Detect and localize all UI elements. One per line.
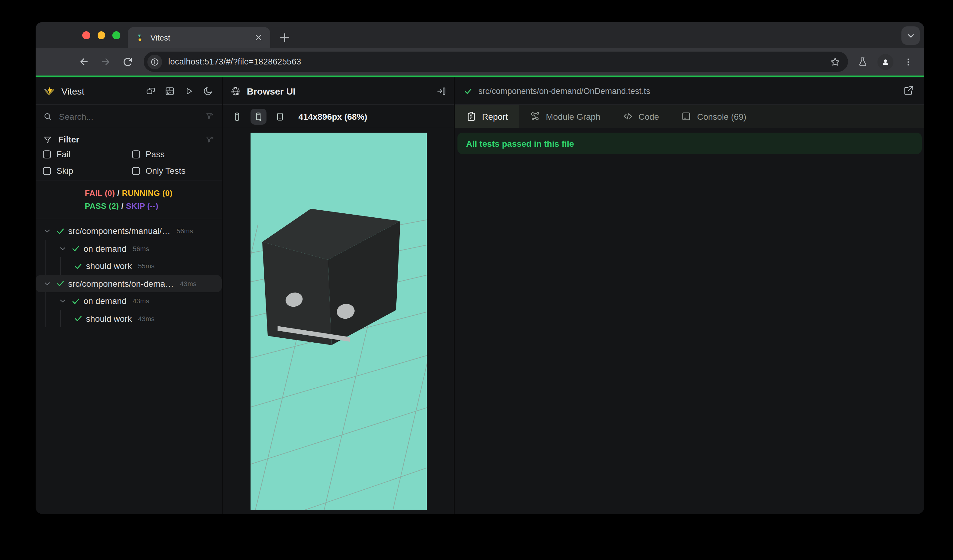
tab-module-graph[interactable]: Module Graph	[519, 105, 611, 128]
open-in-editor-icon[interactable]	[903, 85, 916, 97]
minimize-window-button[interactable]	[97, 31, 105, 39]
filter-checkbox-skip[interactable]: Skip	[43, 166, 132, 175]
dashboard-icon[interactable]	[164, 85, 175, 96]
sidebar: Vitest	[36, 78, 222, 514]
tab-console[interactable]: Console (69)	[670, 105, 757, 128]
test-file-row[interactable]: src/components/manual/… 56ms	[36, 222, 222, 240]
summary-line-2: PASS (2) / SKIP (--)	[85, 200, 172, 213]
dark-mode-toggle-icon[interactable]	[202, 85, 213, 96]
test-suite-label: on demand	[84, 244, 126, 254]
url-text[interactable]: localhost:5173/#/?file=1828625563	[168, 57, 830, 66]
preview-area	[223, 128, 454, 514]
pass-check-icon	[71, 244, 81, 253]
pass-count: PASS (2)	[85, 202, 119, 211]
checkbox-icon[interactable]	[43, 167, 51, 175]
test-summary: FAIL (0) / RUNNING (0) PASS (2) / SKIP (…	[36, 181, 222, 219]
summary-line-1: FAIL (0) / RUNNING (0)	[85, 187, 172, 200]
duration-badge: 55ms	[138, 262, 154, 270]
profile-avatar[interactable]	[877, 54, 893, 70]
banner-text: All tests passed in this file	[466, 138, 574, 148]
browser-toolbar: localhost:5173/#/?file=1828625563	[36, 48, 924, 76]
duration-badge: 43ms	[180, 280, 197, 287]
device-tablet-icon[interactable]	[272, 109, 288, 124]
pass-check-icon	[74, 262, 83, 271]
test-suite-label: on demand	[84, 296, 126, 306]
filter-funnel-icon	[43, 135, 52, 144]
test-case-row[interactable]: should work 55ms	[36, 257, 222, 275]
duration-badge: 43ms	[138, 315, 154, 323]
device-phone-plus-icon[interactable]	[250, 109, 267, 124]
filter-checkbox-pass[interactable]: Pass	[132, 149, 214, 159]
clear-search-filter-icon[interactable]	[205, 112, 214, 121]
chevron-down-icon[interactable]	[43, 227, 51, 236]
new-tab-button[interactable]	[276, 29, 292, 45]
pass-check-icon	[464, 86, 473, 96]
vitest-logo-icon	[43, 84, 56, 97]
globe-icon	[230, 86, 241, 96]
test-case-label: should work	[86, 314, 132, 324]
clear-filter-icon[interactable]	[205, 135, 214, 144]
tab-close-icon[interactable]	[253, 32, 264, 43]
summary-separator: /	[117, 189, 120, 198]
skip-count: SKIP (--)	[126, 202, 158, 211]
test-file-row-selected[interactable]: src/components/on-dema… 43ms	[36, 275, 222, 292]
test-suite-row[interactable]: on demand 56ms	[36, 240, 222, 257]
chevron-down-icon[interactable]	[58, 297, 67, 306]
tab-strip: Vitest	[36, 22, 924, 48]
pass-check-icon	[56, 279, 65, 288]
run-all-icon[interactable]	[183, 85, 194, 96]
tab-code-label: Code	[639, 112, 659, 121]
checkbox-icon[interactable]	[132, 150, 140, 158]
fail-count: FAIL (0)	[85, 189, 115, 198]
filter-label-skip: Skip	[56, 166, 73, 175]
test-file-path: src/components/on-demand/OnDemand.test.t…	[478, 86, 903, 96]
filter-checkbox-only-tests[interactable]: Only Tests	[132, 166, 214, 175]
chevron-down-icon[interactable]	[43, 279, 51, 288]
site-info-icon[interactable]	[147, 54, 162, 69]
tab-console-label: Console (69)	[697, 112, 746, 121]
browser-window: Vitest	[36, 22, 924, 514]
report-panel: src/components/on-demand/OnDemand.test.t…	[454, 78, 924, 514]
reload-button[interactable]	[118, 52, 138, 71]
test-case-label: should work	[86, 261, 132, 271]
experiments-flask-icon[interactable]	[854, 53, 871, 70]
dock-panel-icon[interactable]	[436, 86, 446, 96]
zoom-window-button[interactable]	[112, 31, 120, 39]
pass-check-icon	[56, 226, 65, 236]
filter-checkbox-fail[interactable]: Fail	[43, 149, 132, 159]
close-window-button[interactable]	[82, 31, 90, 39]
checkbox-icon[interactable]	[43, 150, 51, 158]
tab-search-chevron-button[interactable]	[902, 26, 920, 45]
screen: Vitest	[0, 0, 953, 560]
test-suite-row[interactable]: on demand 43ms	[36, 292, 222, 310]
checkbox-icon[interactable]	[132, 167, 140, 175]
tab-code[interactable]: Code	[612, 105, 670, 128]
collapse-panels-icon[interactable]	[145, 85, 156, 96]
test-file-label: src/components/on-dema…	[68, 279, 174, 289]
filter-label-pass: Pass	[146, 149, 165, 159]
browser-ui-title: Browser UI	[247, 86, 436, 96]
browser-menu-icon[interactable]	[900, 53, 917, 70]
chevron-down-icon[interactable]	[58, 244, 67, 253]
report-tab-bar: Report Module Graph	[455, 105, 924, 128]
vitest-app: Vitest	[36, 78, 924, 514]
test-tree: src/components/manual/… 56ms on demand 5…	[36, 219, 222, 327]
address-bar[interactable]: localhost:5173/#/?file=1828625563	[144, 51, 848, 72]
clipboard-icon	[466, 111, 476, 122]
forward-button[interactable]	[96, 52, 115, 71]
running-count: RUNNING (0)	[122, 189, 172, 198]
filter-title: Filter	[58, 135, 205, 144]
device-small-phone-icon[interactable]	[229, 109, 245, 124]
tab-report[interactable]: Report	[455, 105, 519, 128]
browser-tab[interactable]: Vitest	[128, 27, 270, 48]
duration-badge: 56ms	[177, 228, 193, 235]
tested-page-viewport[interactable]	[250, 133, 427, 510]
viewport-size-label[interactable]: 414x896px (68%)	[298, 112, 367, 121]
vitest-favicon-icon	[136, 33, 145, 42]
console-icon	[681, 111, 691, 122]
bookmark-star-icon[interactable]	[830, 56, 841, 67]
back-button[interactable]	[74, 52, 93, 71]
test-case-row[interactable]: should work 43ms	[36, 310, 222, 327]
tab-title: Vitest	[151, 33, 253, 42]
search-input[interactable]	[59, 112, 205, 121]
